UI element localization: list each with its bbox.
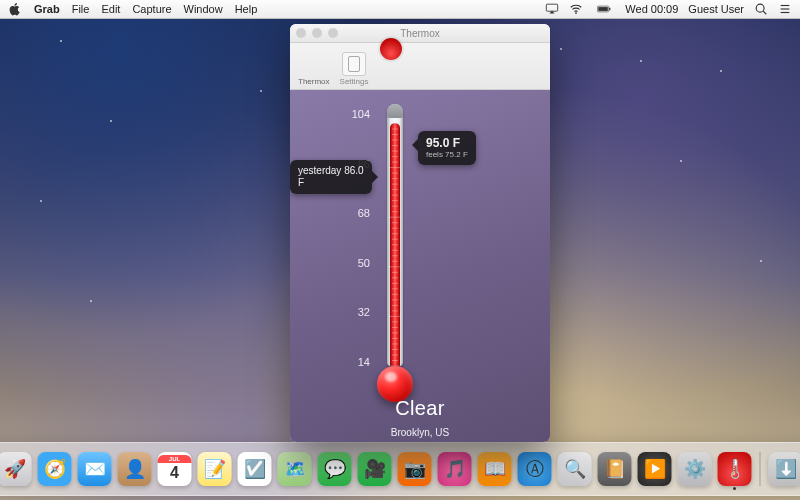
scale-label: 14 [344, 356, 370, 368]
dock-photobooth[interactable]: 📷 [398, 452, 432, 486]
yesterday-temp-bubble: yesterday 86.0 F [290, 160, 372, 194]
dock-launchpad[interactable]: 🚀 [0, 452, 32, 486]
apple-menu-icon[interactable] [8, 2, 22, 16]
notification-center-icon[interactable] [778, 2, 792, 16]
weather-content: 104 86 68 50 32 14 yesterday 86.0 F 95.0… [290, 90, 550, 442]
thermometer-scale: 104 86 68 50 32 14 [344, 108, 370, 368]
current-temp-bubble: 95.0 F feels 75.2 F [418, 131, 476, 165]
tab-thermox-label: Thermox [298, 77, 330, 86]
dock-reminders[interactable]: ☑️ [238, 452, 272, 486]
scale-label: 68 [344, 207, 370, 219]
scale-label: 104 [344, 108, 370, 120]
dock-systemprefs[interactable]: ⚙️ [678, 452, 712, 486]
dock-safari[interactable]: 🧭 [38, 452, 72, 486]
dock-dictionary[interactable]: 📔 [598, 452, 632, 486]
thermometer [380, 104, 410, 402]
svg-point-1 [575, 12, 577, 14]
window-close-button[interactable] [296, 28, 306, 38]
dock-facetime[interactable]: 🎥 [358, 452, 392, 486]
svg-rect-4 [599, 7, 609, 11]
menu-capture[interactable]: Capture [132, 3, 171, 15]
svg-rect-0 [547, 4, 558, 11]
feels-like-value: feels 75.2 F [426, 150, 468, 160]
svg-line-6 [763, 11, 766, 14]
dock-ibooks[interactable]: 📖 [478, 452, 512, 486]
dock-separator [760, 452, 761, 486]
wifi-icon[interactable] [569, 2, 583, 16]
dock-itunes[interactable]: 🎵 [438, 452, 472, 486]
thermometer-mercury [390, 123, 400, 366]
dock-notes[interactable]: 📝 [198, 452, 232, 486]
airplay-icon[interactable] [545, 2, 559, 16]
current-temp-value: 95.0 F [426, 136, 468, 150]
settings-icon [342, 52, 366, 76]
dock: 🙂🚀🧭✉️👤JUL4📝☑️🗺️💬🎥📷🎵📖Ⓐ🔍📔▶️⚙️🌡️⬇️🗑️ [0, 442, 800, 496]
thermometer-icon [380, 38, 402, 60]
menu-help[interactable]: Help [235, 3, 258, 15]
tab-thermox[interactable]: Thermox [298, 77, 330, 86]
window-zoom-button[interactable] [328, 28, 338, 38]
svg-rect-3 [609, 8, 610, 11]
menubar: Grab File Edit Capture Window Help Wed 0… [0, 0, 800, 19]
dock-messages[interactable]: 💬 [318, 452, 352, 486]
dock-maps[interactable]: 🗺️ [278, 452, 312, 486]
dock-appstore[interactable]: Ⓐ [518, 452, 552, 486]
window-titlebar[interactable]: Thermox [290, 24, 550, 43]
menu-edit[interactable]: Edit [101, 3, 120, 15]
scale-label: 50 [344, 257, 370, 269]
window-minimize-button[interactable] [312, 28, 322, 38]
menubar-user[interactable]: Guest User [688, 3, 744, 15]
dock-downloads[interactable]: ⬇️ [769, 452, 801, 486]
dock-contacts[interactable]: 👤 [118, 452, 152, 486]
weather-location: Brooklyn, US [290, 427, 550, 438]
app-window-thermox: Thermox Thermox Settings 104 86 68 50 32… [290, 24, 550, 442]
menu-window[interactable]: Window [184, 3, 223, 15]
dock-mail[interactable]: ✉️ [78, 452, 112, 486]
dock-thermox[interactable]: 🌡️ [718, 452, 752, 486]
menubar-app-name[interactable]: Grab [34, 3, 60, 15]
svg-point-5 [756, 4, 764, 12]
battery-icon[interactable] [593, 2, 615, 16]
thermometer-cap [387, 104, 403, 118]
tab-settings[interactable]: Settings [340, 52, 369, 86]
dock-quicktime[interactable]: ▶️ [638, 452, 672, 486]
scale-label: 32 [344, 306, 370, 318]
dock-preview[interactable]: 🔍 [558, 452, 592, 486]
yesterday-temp-label: yesterday 86.0 F [298, 165, 364, 188]
spotlight-icon[interactable] [754, 2, 768, 16]
menubar-clock[interactable]: Wed 00:09 [625, 3, 678, 15]
window-toolbar: Thermox Settings [290, 43, 550, 90]
tab-settings-label: Settings [340, 77, 369, 86]
menu-file[interactable]: File [72, 3, 90, 15]
dock-calendar[interactable]: JUL4 [158, 452, 192, 486]
weather-condition: Clear [290, 397, 550, 420]
